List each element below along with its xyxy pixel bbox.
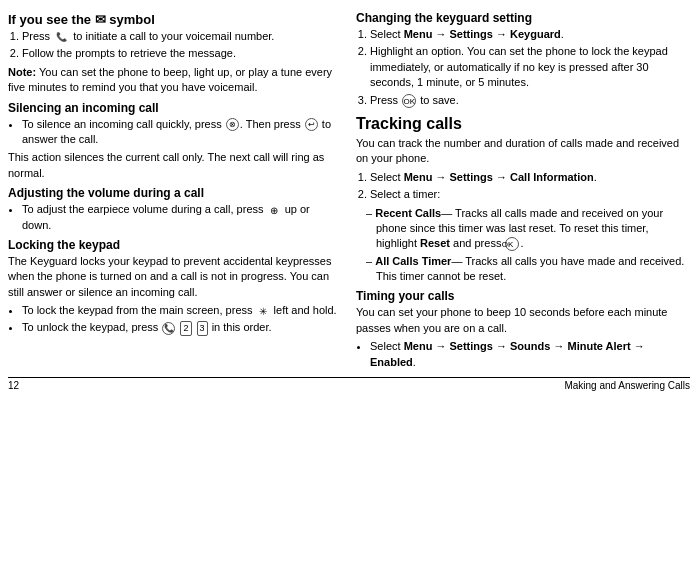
answer-key-icon: ↩ [305,118,318,131]
reset-ok-icon: OK [505,237,519,251]
tracking-steps: Select Menu → Settings → Call Informatio… [370,170,690,203]
lock-bullet-1: To lock the keypad from the main screen,… [22,303,342,318]
volume-bullet-1: To adjust the earpiece volume during a c… [22,202,342,233]
voicemail-icon: ✉ [95,12,106,27]
ok-icon: OK [402,94,416,108]
note-text: You can set the phone to beep, light up,… [8,66,332,93]
voicemail-title-suffix: symbol [109,12,155,27]
left-column: If you see the ✉ symbol Press 📞 to initi… [8,6,342,373]
end-key-icon: ⊗ [226,118,239,131]
section-lock-title: Locking the keypad [8,238,342,252]
section-keyguard-title: Changing the keyguard setting [356,11,690,25]
note-label: Note: [8,66,36,78]
voicemail-step-2: Follow the prompts to retrieve the messa… [22,46,342,61]
section-tracking-title: Tracking calls [356,115,690,133]
voicemail-steps: Press 📞 to initiate a call to your voice… [22,29,342,62]
lock-bullets: To lock the keypad from the main screen,… [22,303,342,336]
key-2: 2 [180,321,191,336]
section-timing-title: Timing your calls [356,289,690,303]
key-3: 3 [197,321,208,336]
timing-body: You can set your phone to beep 10 second… [356,305,690,336]
section-volume-title: Adjusting the volume during a call [8,186,342,200]
right-column: Changing the keyguard setting Select Men… [356,6,690,373]
silence-bullet-1: To silence an incoming call quickly, pre… [22,117,342,148]
tracking-sub-items: Recent Calls— Tracks all calls made and … [366,206,690,285]
silence-bullets: To silence an incoming call quickly, pre… [22,117,342,148]
timing-bullets: Select Menu → Settings → Sounds → Minute… [370,339,690,370]
tracking-body: You can track the number and duration of… [356,136,690,167]
keyguard-step-2: Highlight an option. You can set the pho… [370,44,690,90]
recent-calls-item: Recent Calls— Tracks all calls made and … [366,206,690,252]
keyguard-steps: Select Menu → Settings → Keyguard. Highl… [370,27,690,108]
main-content: If you see the ✉ symbol Press 📞 to initi… [8,6,690,373]
keyguard-step-3: Press OK to save. [370,93,690,108]
timing-bullet-1: Select Menu → Settings → Sounds → Minute… [370,339,690,370]
voicemail-step-1: Press 📞 to initiate a call to your voice… [22,29,342,44]
call-icon: 📞 [54,31,69,44]
volume-bullets: To adjust the earpiece volume during a c… [22,202,342,233]
voicemail-note: Note: You can set the phone to beep, lig… [8,65,342,96]
silence-note: This action silences the current call on… [8,150,342,181]
footer-page-number: 12 [8,380,19,391]
lock-body: The Keyguard locks your keypad to preven… [8,254,342,300]
unlock-icon-1: 📞 [162,322,175,335]
section-silence-title: Silencing an incoming call [8,101,342,115]
tracking-step-1: Select Menu → Settings → Call Informatio… [370,170,690,185]
keyguard-step-1: Select Menu → Settings → Keyguard. [370,27,690,42]
all-calls-item: All Calls Timer— Tracks all calls you ha… [366,254,690,285]
section-voicemail-title: If you see the ✉ symbol [8,12,342,27]
footer: 12 Making and Answering Calls [8,377,690,391]
footer-section-title: Making and Answering Calls [564,380,690,391]
tracking-step-2: Select a timer: [370,187,690,202]
voicemail-title-text: If you see the [8,12,91,27]
volume-key-icon: ⊕ [268,204,281,217]
lock-bullet-2: To unlock the keypad, press 📞 2 3 in thi… [22,320,342,335]
lock-gear-icon: ✳ [257,305,270,318]
page-container: If you see the ✉ symbol Press 📞 to initi… [8,6,690,391]
